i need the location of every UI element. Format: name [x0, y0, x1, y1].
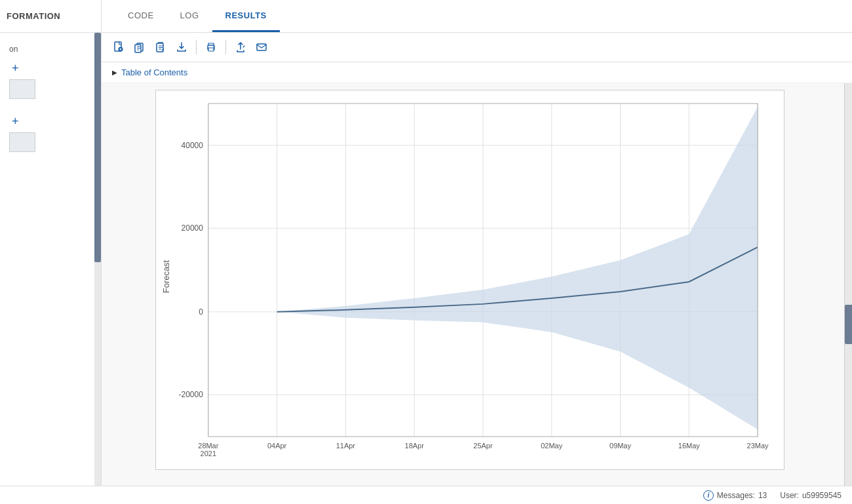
toc-arrow-icon: ▶ — [112, 69, 117, 76]
tab-results[interactable]: RESULTS — [212, 0, 280, 32]
toc-toggle[interactable]: ▶ Table of Contents — [112, 68, 842, 77]
messages-label: Messages: — [717, 491, 755, 500]
user-id: u59959545 — [802, 491, 842, 500]
svg-text:20000: 20000 — [181, 223, 203, 233]
tab-log[interactable]: LOG — [167, 0, 212, 32]
chart-container: 40000 20000 0 -20000 28Mar 2021 04Apr 11… — [102, 83, 844, 486]
toolbar-email-btn[interactable] — [252, 38, 271, 56]
sidebar-box-1 — [9, 79, 35, 99]
svg-text:25Apr: 25Apr — [473, 442, 493, 450]
svg-text:04Apr: 04Apr — [267, 442, 286, 450]
svg-text:02May: 02May — [541, 442, 562, 450]
info-icon: i — [703, 490, 714, 501]
svg-rect-8 — [257, 44, 266, 50]
tab-bar: FORMATION CODE LOG RESULTS — [0, 0, 852, 33]
svg-text:-20000: -20000 — [178, 390, 203, 399]
forecast-chart: 40000 20000 0 -20000 28Mar 2021 04Apr 11… — [156, 90, 784, 469]
sidebar: on + + — [0, 33, 102, 486]
right-scrollbar[interactable] — [844, 83, 852, 486]
right-scrollbar-thumb[interactable] — [845, 305, 852, 344]
svg-text:18Apr: 18Apr — [404, 442, 424, 450]
chart-section: 40000 20000 0 -20000 28Mar 2021 04Apr 11… — [102, 83, 852, 486]
status-bar: i Messages: 13 User: u59959545 — [0, 486, 852, 504]
sidebar-box-2 — [9, 132, 35, 152]
sidebar-on-label: on — [7, 39, 94, 59]
toc-area: ▶ Table of Contents — [102, 62, 852, 83]
svg-text:09May: 09May — [610, 442, 631, 450]
main-content: on + + — [0, 33, 852, 486]
chart-wrapper: 40000 20000 0 -20000 28Mar 2021 04Apr 11… — [155, 90, 784, 470]
toolbar-export-btn[interactable] — [231, 38, 250, 56]
right-panel: ▶ Table of Contents — [102, 33, 852, 486]
toolbar — [102, 33, 852, 62]
sidebar-plus-1[interactable]: + — [7, 59, 94, 78]
messages-status: i Messages: 13 — [703, 490, 767, 501]
toolbar-download-btn[interactable] — [172, 38, 191, 56]
left-panel-header: FORMATION — [0, 0, 102, 32]
svg-text:23May: 23May — [746, 442, 768, 450]
toolbar-sep-2 — [225, 40, 226, 54]
toolbar-sep-1 — [196, 40, 197, 54]
messages-count: 13 — [758, 491, 767, 500]
svg-rect-6 — [208, 48, 214, 51]
sidebar-plus-2[interactable]: + — [7, 112, 94, 131]
toc-label: Table of Contents — [121, 68, 187, 77]
svg-text:16May: 16May — [678, 442, 699, 450]
formation-label: FORMATION — [7, 11, 60, 21]
toolbar-new-btn[interactable] — [109, 38, 128, 56]
toolbar-copy-btn[interactable] — [130, 38, 149, 56]
toolbar-print-btn[interactable] — [202, 38, 220, 56]
user-label: User: — [780, 491, 799, 500]
tab-code[interactable]: CODE — [115, 0, 167, 32]
toolbar-paste-btn[interactable] — [151, 38, 170, 56]
svg-point-7 — [213, 47, 214, 48]
svg-text:2021: 2021 — [200, 450, 216, 457]
svg-text:28Mar: 28Mar — [198, 442, 218, 450]
user-status: User: u59959545 — [780, 491, 842, 500]
svg-text:Forecast: Forecast — [161, 260, 170, 293]
sidebar-content: on + + — [0, 33, 101, 160]
sidebar-scrollbar-thumb[interactable] — [94, 33, 101, 262]
svg-text:11Apr: 11Apr — [336, 442, 355, 450]
svg-text:40000: 40000 — [181, 141, 203, 150]
svg-text:0: 0 — [199, 307, 203, 317]
sidebar-scrollbar-track — [94, 33, 101, 486]
tabs-container: CODE LOG RESULTS — [102, 0, 852, 32]
